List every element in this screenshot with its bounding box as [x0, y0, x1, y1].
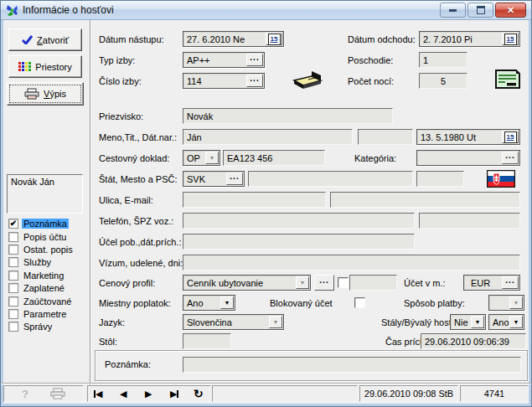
first-name-field[interactable]: Ján [183, 129, 353, 145]
purpose-field[interactable] [183, 234, 415, 250]
price-profile-combo[interactable]: Cenník ubytovanie ▼ [183, 275, 311, 291]
language-combo[interactable]: Slovenčina ▼ [183, 314, 284, 330]
price-profile-dropdown-button[interactable]: ▼ [296, 276, 309, 289]
note-card-icon[interactable] [494, 68, 522, 90]
local-fee-combo[interactable]: Ano ▼ [183, 295, 235, 311]
checkbox[interactable] [8, 257, 18, 267]
section-label[interactable]: Zaúčtované [22, 296, 73, 307]
checkbox[interactable] [8, 296, 18, 307]
title-field[interactable] [358, 129, 413, 145]
phone-field[interactable] [183, 213, 415, 229]
nav-last-bar [177, 390, 178, 398]
section-label[interactable]: Správy [22, 322, 54, 332]
plate-field[interactable] [419, 213, 520, 229]
priestory-button[interactable]: Priestory [8, 55, 82, 78]
doc-type-combo[interactable]: OP ▼ [183, 150, 220, 166]
payment-method-dropdown-button[interactable]: ▼ [509, 296, 523, 309]
section-item-zauctovane[interactable]: Zaúčtované [8, 295, 73, 307]
room-type-browse-button[interactable]: ... [246, 54, 263, 66]
zip-field[interactable] [416, 171, 464, 187]
section-item-ostat-popis[interactable]: Ostat. popis [8, 243, 75, 255]
checkbox[interactable] [8, 322, 18, 332]
arrival-calendar-button[interactable]: 15 [266, 33, 282, 45]
arrival-date-field[interactable]: 27. 6.2010 Ne 15 [183, 31, 284, 47]
section-label[interactable]: Zaplatené [22, 283, 66, 293]
zatvorit-button[interactable]: Zatvoriť [8, 28, 82, 51]
email-field[interactable] [330, 192, 520, 208]
vypis-button[interactable]: Výpis [7, 82, 84, 106]
price-profile-browse-button[interactable]: ... [314, 275, 334, 291]
calendar-icon: 15 [504, 33, 517, 45]
checkbox[interactable] [8, 283, 18, 293]
close-button[interactable]: ✕ [495, 3, 526, 18]
former-guest-combo[interactable]: Ano ▼ [488, 314, 524, 330]
section-item-zaplatene[interactable]: Zaplatené [8, 281, 66, 294]
country-field[interactable]: SVK ... [183, 171, 245, 187]
checkbox[interactable] [8, 232, 18, 242]
section-item-sluzby[interactable]: Služby [8, 255, 53, 268]
help-icon[interactable]: ? [22, 388, 28, 400]
nav-next-button[interactable]: ▶ [145, 388, 152, 399]
category-field[interactable]: ... [416, 150, 520, 166]
section-item-marketing[interactable]: Marketing [8, 269, 65, 281]
regular-guest-dropdown-button[interactable]: ▼ [471, 316, 484, 328]
maximize-button[interactable] [467, 3, 493, 18]
nav-refresh-button[interactable]: ↻ [194, 388, 204, 399]
former-guest-dropdown-button[interactable]: ▼ [509, 316, 523, 328]
payment-method-combo[interactable]: ▼ [488, 295, 524, 311]
birth-date-calendar-button[interactable]: 15 [502, 131, 519, 143]
title-bar[interactable]: Informácie o hosťovi ✕ [1, 1, 531, 20]
price-profile-checkbox[interactable] [338, 277, 349, 288]
blocked-account-checkbox[interactable] [354, 297, 365, 308]
checkbox[interactable] [8, 309, 18, 319]
country-browse-button[interactable]: ... [226, 173, 243, 185]
section-item-poznamka[interactable]: ✔ Poznámka [8, 217, 69, 229]
street-field[interactable] [183, 192, 326, 208]
section-label[interactable]: Parametre [22, 309, 68, 319]
section-item-spravy[interactable]: Správy [8, 320, 54, 332]
section-item-parametre[interactable]: Parametre [8, 307, 68, 320]
first-name-value: Ján [187, 132, 202, 142]
birth-date-field[interactable]: 13. 5.1980 Ut 15 [416, 129, 520, 145]
visa-field[interactable] [183, 255, 520, 270]
street-row-label: Ulica, E-mail: [99, 195, 153, 205]
section-label[interactable]: Poznámka [22, 219, 69, 229]
category-browse-button[interactable]: ... [502, 152, 519, 164]
doc-type-value: OP [187, 153, 200, 163]
section-item-popis-uctu[interactable]: Popis účtu [8, 230, 68, 243]
checkbox[interactable] [8, 245, 18, 255]
departure-date-field[interactable]: 2. 7.2010 Pi 15 [419, 31, 520, 47]
departure-calendar-button[interactable]: 15 [502, 33, 519, 45]
ellipsis-icon: ... [230, 174, 239, 183]
nav-last-button[interactable]: ▶ [170, 388, 178, 399]
city-field[interactable] [248, 171, 413, 187]
note-field[interactable] [183, 357, 521, 373]
local-fee-dropdown-button[interactable]: ▼ [220, 296, 234, 309]
checkbox-checked[interactable]: ✔ [8, 219, 18, 229]
doc-type-dropdown-button[interactable]: ▼ [205, 152, 219, 164]
minimize-button[interactable] [440, 3, 466, 18]
checkbox[interactable] [8, 270, 18, 281]
nav-prev-button[interactable]: ◀ [120, 388, 127, 399]
language-dropdown-button[interactable]: ▼ [269, 316, 282, 328]
account-currency-browse-button[interactable]: ... [502, 276, 519, 289]
price-profile-extra-field[interactable] [349, 275, 397, 291]
print-icon[interactable] [50, 388, 65, 399]
room-number-field[interactable]: 114 ... [183, 73, 265, 89]
regular-guest-combo[interactable]: Nie ▼ [450, 314, 486, 330]
room-type-field[interactable]: AP++ ... [183, 52, 265, 68]
section-label[interactable]: Marketing [22, 270, 65, 281]
table-field[interactable] [183, 333, 231, 349]
floor-field[interactable]: 1 [419, 52, 467, 68]
room-number-browse-button[interactable]: ... [246, 75, 263, 87]
ellipsis-icon: ... [505, 278, 514, 287]
account-currency-field[interactable]: EUR ... [463, 275, 520, 291]
section-label[interactable]: Služby [22, 257, 53, 267]
doc-number-field[interactable]: EA123 456 [223, 150, 325, 166]
section-label[interactable]: Ostat. popis [22, 245, 75, 255]
statusbar-tools-panel: ? [3, 385, 84, 402]
surname-field[interactable]: Novák [183, 108, 393, 124]
nav-first-button[interactable]: ◀ [94, 388, 102, 399]
section-label[interactable]: Popis účtu [22, 232, 68, 242]
nights-field[interactable]: 5 [419, 73, 467, 89]
